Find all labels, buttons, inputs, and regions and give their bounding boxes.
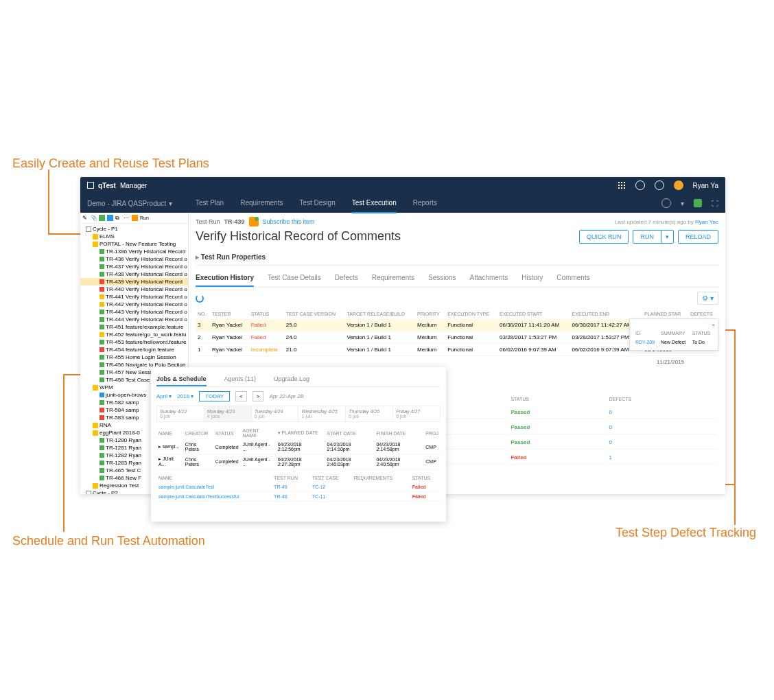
section-test-run-properties[interactable]: Test Run Properties <box>196 249 718 266</box>
col-header[interactable]: TEST CASE <box>310 474 352 482</box>
subscribe-link[interactable]: Subscribe this item <box>263 218 315 225</box>
tab-defects[interactable]: Defects <box>335 270 358 287</box>
col-header[interactable]: FINISH DATE <box>374 426 423 440</box>
tree-item[interactable]: Cycle - P1 <box>80 225 188 233</box>
tree-item[interactable]: TR-1386 Verify Historical Record <box>80 248 188 255</box>
run-flag-icon[interactable] <box>132 215 138 221</box>
tree-item[interactable]: TR-436 Verify Historical Record o <box>80 255 188 263</box>
next-button[interactable]: > <box>253 391 264 401</box>
tree-item[interactable]: PORTAL - New Feature Testing <box>80 240 188 248</box>
help-icon[interactable] <box>655 180 664 190</box>
col-header[interactable]: STATUS <box>213 426 241 440</box>
col-header[interactable]: EXECUTED START <box>497 309 570 319</box>
sched-tab[interactable]: Agents (11) <box>224 373 257 386</box>
col-header[interactable]: AGENT NAME <box>241 426 276 440</box>
table-row[interactable]: ▸ sampl...Chris PetersCompletedJUnit Age… <box>156 440 441 454</box>
pencil-icon[interactable]: ✎ <box>82 215 89 221</box>
col-header[interactable]: STATUS <box>410 474 441 482</box>
tree-item[interactable]: TR-437 Verify Historical Record o <box>80 263 188 270</box>
defect-id-link[interactable]: RDY-209 <box>634 338 658 346</box>
col-header[interactable]: PLANNED STAR <box>642 309 688 319</box>
week-cell[interactable]: Monday 4/234 jobs <box>204 406 252 421</box>
run-dropdown-button[interactable]: ▾ <box>661 230 674 244</box>
col-header[interactable]: PROJ <box>423 426 441 440</box>
attach-icon[interactable]: 📎 <box>91 215 97 221</box>
tree-item[interactable]: TR-441 Verify Historical Record o <box>80 293 188 301</box>
col-header[interactable]: TEST RUN <box>272 474 310 482</box>
tree-item[interactable]: TR-442 Verify Historical Record o <box>80 301 188 308</box>
tree-item[interactable]: ELMS <box>80 233 188 240</box>
menu-item-test-execution[interactable]: Test Execution <box>352 194 397 213</box>
tab-execution-history[interactable]: Execution History <box>196 270 254 287</box>
sched-tab[interactable]: Upgrade Log <box>274 373 309 386</box>
col-header[interactable]: CREATOR <box>183 426 213 440</box>
today-button[interactable]: TODAY <box>199 391 230 401</box>
close-icon[interactable]: × <box>712 322 715 328</box>
tree-item[interactable]: TR-443 Verify Historical Record o <box>80 308 188 316</box>
col-header[interactable]: DEFECTS <box>688 309 718 319</box>
bell-icon[interactable] <box>694 199 702 207</box>
menu-item-test-design[interactable]: Test Design <box>299 194 335 213</box>
tab-attachments[interactable]: Attachments <box>470 270 508 287</box>
tree-item[interactable]: TR-440 Verify Historical Record o <box>80 285 188 293</box>
col-header[interactable]: NO. <box>196 309 210 319</box>
col-header[interactable]: EXECUTION TYPE <box>445 309 497 319</box>
week-cell[interactable]: Sunday 4/220 job <box>157 406 204 421</box>
project-selector[interactable]: Demo - JIRA QASProduct <box>87 200 166 207</box>
col-header[interactable]: START DATE <box>325 426 375 440</box>
user-name[interactable]: Ryan Ya <box>693 182 718 189</box>
col-header[interactable]: NAME <box>156 426 183 440</box>
add-icon[interactable] <box>99 215 105 221</box>
tab-history[interactable]: History <box>521 270 543 287</box>
tree-item[interactable]: TR-444 Verify Historical Record o <box>80 316 188 323</box>
year-select[interactable]: 2018 ▾ <box>177 393 194 399</box>
copy-icon[interactable]: ⧉ <box>115 215 121 221</box>
refresh-icon[interactable] <box>196 294 204 303</box>
col-header[interactable]: ▾ PLANNED DATE <box>276 426 325 440</box>
tree-item[interactable]: TR-454 feature/login.feature <box>80 346 188 353</box>
tab-test-case-details[interactable]: Test Case Details <box>268 270 321 287</box>
menu-item-reports[interactable]: Reports <box>413 194 437 213</box>
table-row[interactable]: sample.junit.CalculateTestTR-49TC-12Fail… <box>156 482 441 492</box>
col-header[interactable]: TEST CASE VERSION <box>284 309 345 319</box>
menu-item-test-plan[interactable]: Test Plan <box>196 194 224 213</box>
col-header[interactable]: REQUIREMENTS <box>352 474 410 482</box>
sched-tab[interactable]: Jobs & Schedule <box>156 373 207 386</box>
reload-button[interactable]: RELOAD <box>678 230 718 244</box>
dots-icon[interactable]: ⋯ <box>124 215 130 221</box>
tab-comments[interactable]: Comments <box>556 270 589 287</box>
quick-run-button[interactable]: QUICK RUN <box>579 230 629 244</box>
tree-item[interactable]: TR-439 Verify Historical Record <box>80 278 188 285</box>
run-button[interactable]: RUN <box>633 230 661 244</box>
expand-icon[interactable]: ⛶ <box>712 200 718 207</box>
gear-icon[interactable] <box>661 198 671 208</box>
menu-item-requirements[interactable]: Requirements <box>240 194 283 213</box>
table-settings-button[interactable]: ⚙ ▾ <box>697 292 718 305</box>
table-row[interactable]: ▸ JUnit A...Chris PetersCompletedJUnit A… <box>156 454 441 469</box>
apps-icon[interactable] <box>618 181 626 189</box>
tree-item[interactable]: TR-452 feature/go_to_work.featu <box>80 331 188 338</box>
tab-requirements[interactable]: Requirements <box>372 270 414 287</box>
table-row[interactable]: sample.junit.CalculatorTestSuccessfulTR-… <box>156 492 441 502</box>
tree-item[interactable]: TR-451 feature/example.feature <box>80 323 188 331</box>
download-icon[interactable] <box>635 180 645 190</box>
avatar[interactable] <box>674 180 683 190</box>
col-header[interactable]: TESTER <box>210 309 249 319</box>
tree-item[interactable]: TR-453 feature/helloword.feature <box>80 338 188 346</box>
col-header[interactable]: NAME <box>156 474 272 482</box>
filter-icon[interactable] <box>107 215 113 221</box>
chevron-down-icon[interactable]: ▾ <box>169 200 172 207</box>
col-header[interactable]: PRIORITY <box>415 309 445 319</box>
tree-item[interactable]: TR-438 Verify Historical Record o <box>80 270 188 278</box>
month-select[interactable]: April ▾ <box>156 393 172 399</box>
week-cell[interactable]: Tuesday 4/240 job <box>252 406 299 421</box>
col-header[interactable]: TARGET RELEASE/BUILD <box>344 309 415 319</box>
col-header[interactable]: STATUS <box>249 309 284 319</box>
week-cell[interactable]: Wednesday 4/251 job <box>298 406 346 421</box>
week-cell[interactable]: Friday 4/270 job <box>393 406 440 421</box>
tab-sessions[interactable]: Sessions <box>428 270 456 287</box>
prev-button[interactable]: < <box>235 391 247 401</box>
col-header[interactable]: EXECUTED END <box>570 309 643 319</box>
chevron-down-icon[interactable]: ▾ <box>681 200 684 207</box>
rss-icon[interactable] <box>249 217 259 226</box>
